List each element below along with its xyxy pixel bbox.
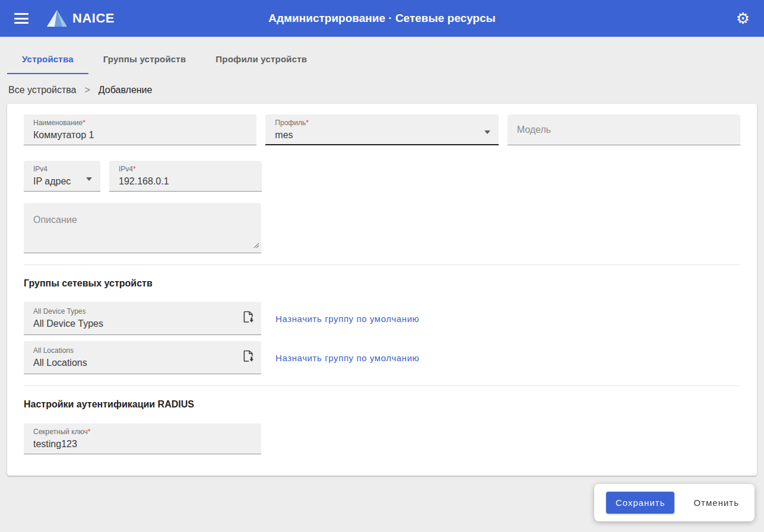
brand: NAICE [46, 9, 115, 27]
required-asterisk: * [306, 119, 309, 127]
locations-group-field[interactable]: All Locations All Locations [24, 341, 261, 374]
document-assign-icon[interactable] [243, 311, 254, 326]
form-row-ip: IPv4 IP адрес IPv4* [24, 161, 740, 192]
tab-device-groups[interactable]: Группы устройств [88, 46, 201, 74]
locations-group-value: All Locations [33, 356, 252, 370]
section-divider [24, 265, 740, 265]
page-title: Администрирование · Сетевые ресурсы [268, 12, 496, 25]
form-row-main: Наименование* Профиль* mes [24, 114, 740, 145]
tab-devices[interactable]: Устройства [7, 46, 88, 74]
assign-default-link[interactable]: Назначить группу по умолчанию [275, 314, 419, 324]
cancel-button[interactable]: Отменить [690, 492, 743, 514]
document-assign-icon[interactable] [243, 350, 254, 365]
model-field[interactable] [508, 114, 740, 145]
group-row-device-types: All Device Types All Device Types Назнач… [24, 302, 740, 335]
ip-type-select[interactable]: IPv4 IP адрес [24, 161, 100, 192]
actions-bar: Сохранить Отменить [594, 484, 755, 521]
required-asterisk: * [88, 428, 91, 436]
device-types-group-value: All Device Types [33, 317, 252, 331]
profile-select[interactable]: Профиль* mes [265, 114, 498, 145]
group-row-locations: All Locations All Locations Назначить гр… [24, 341, 740, 374]
chevron-down-icon [484, 130, 490, 134]
ip-input[interactable] [119, 174, 252, 189]
gear-icon[interactable]: ⚙ [736, 11, 750, 26]
breadcrumb: Все устройства > Добавление [8, 85, 764, 95]
required-asterisk: * [83, 119, 85, 127]
description-textarea[interactable] [24, 203, 261, 253]
groups-heading: Группы сетевых устройств [24, 278, 740, 289]
required-asterisk: * [133, 165, 136, 173]
secret-key-input[interactable] [33, 437, 252, 451]
app-bar: NAICE Администрирование · Сетевые ресурс… [0, 0, 764, 37]
name-input[interactable] [33, 128, 247, 142]
secret-key-label: Секретный ключ* [33, 428, 252, 437]
chevron-down-icon [86, 177, 92, 181]
naice-logo-icon [46, 9, 68, 27]
ip-field[interactable]: IPv4* [109, 161, 262, 192]
ip-type-select-value: IP адрес [33, 174, 91, 189]
breadcrumb-parent-link[interactable]: Все устройства [8, 85, 76, 95]
device-types-group-label: All Device Types [33, 307, 252, 316]
name-field[interactable]: Наименование* [24, 114, 256, 145]
brand-name: NAICE [72, 11, 115, 26]
radius-heading: Настройки аутентификации RADIUS [24, 399, 740, 410]
name-field-label: Наименование* [33, 119, 247, 128]
breadcrumb-separator: > [84, 85, 90, 95]
locations-group-label: All Locations [33, 346, 252, 355]
save-button[interactable]: Сохранить [606, 492, 675, 514]
ip-type-select-label: IPv4 [33, 165, 91, 174]
secret-key-field[interactable]: Секретный ключ* [24, 423, 261, 454]
description-field[interactable] [24, 203, 261, 253]
model-input[interactable] [517, 123, 731, 137]
profile-select-value: mes [275, 128, 489, 142]
section-divider [24, 386, 740, 386]
ip-field-label: IPv4* [119, 165, 252, 174]
resize-handle-icon[interactable] [253, 240, 259, 251]
device-types-group-field[interactable]: All Device Types All Device Types [24, 302, 261, 335]
breadcrumb-current: Добавление [99, 85, 153, 95]
device-form-card: Наименование* Профиль* mes IPv4 IP адрес… [7, 104, 757, 476]
assign-default-link[interactable]: Назначить группу по умолчанию [275, 353, 419, 363]
menu-icon[interactable] [14, 13, 28, 24]
profile-select-label: Профиль* [275, 119, 489, 128]
tab-device-profiles[interactable]: Профили устройств [201, 46, 322, 74]
tabs: Устройства Группы устройств Профили устр… [7, 46, 764, 74]
